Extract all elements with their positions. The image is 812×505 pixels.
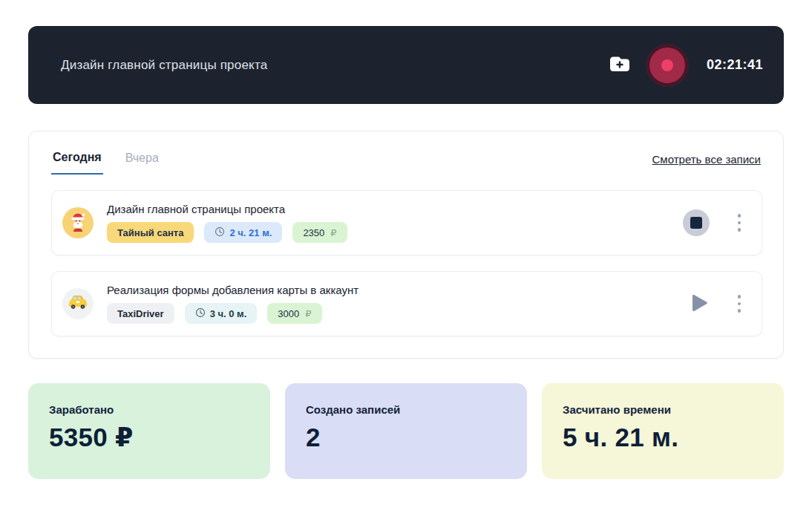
stat-card-time-counted: Засчитано времени 5 ч. 21 м. — [542, 383, 784, 479]
record-row: Дизайн главной страницы проекта Тайный с… — [51, 190, 762, 255]
santa-emoji-icon — [68, 211, 88, 235]
stop-button[interactable] — [683, 209, 710, 236]
summary-stats: Заработано 5350 ₽ Создано записей 2 Засч… — [28, 383, 784, 479]
tab-today[interactable]: Сегодня — [51, 151, 103, 175]
record-menu-button[interactable] — [733, 292, 746, 316]
play-button[interactable] — [689, 292, 710, 316]
clock-icon — [215, 227, 225, 239]
view-all-records-link[interactable]: Смотреть все записи — [652, 151, 761, 166]
project-badge: TaxiDriver — [107, 303, 174, 324]
stat-value: 5350 ₽ — [49, 423, 249, 452]
project-badge: Тайный санта — [107, 222, 194, 243]
add-to-project-button[interactable] — [606, 51, 634, 79]
duration-text: 2 ч. 21 м. — [229, 227, 272, 238]
current-task-title: Дизайн главной страницы проекта — [61, 58, 267, 73]
stop-icon — [690, 217, 702, 229]
avatar — [62, 207, 94, 238]
record-row: Реализация формы добавления карты в акка… — [51, 271, 762, 336]
stat-label: Создано записей — [306, 403, 506, 416]
amount-text: 2350 — [303, 227, 324, 238]
duration-text: 3 ч. 0 м. — [210, 308, 247, 319]
avatar — [62, 288, 94, 319]
kebab-icon — [738, 295, 741, 299]
elapsed-timer: 02:21:41 — [705, 57, 763, 73]
record-info: Реализация формы добавления карты в акка… — [107, 284, 358, 324]
amount-badge: 3000 ₽ — [267, 303, 321, 324]
kebab-icon — [738, 214, 741, 218]
stat-label: Заработано — [49, 403, 249, 416]
tracker-bar: Дизайн главной страницы проекта 02:21:41 — [28, 26, 784, 104]
duration-badge: 2 ч. 21 м. — [204, 222, 282, 243]
records-panel: Сегодня Вчера Смотреть все записи — [28, 131, 784, 359]
clock-icon — [195, 307, 206, 320]
record-actions — [683, 209, 746, 236]
tab-yesterday[interactable]: Вчера — [124, 151, 160, 175]
currency-symbol: ₽ — [330, 227, 336, 238]
record-stop-button[interactable] — [647, 45, 687, 85]
records-panel-header: Сегодня Вчера Смотреть все записи — [29, 131, 783, 175]
currency-symbol: ₽ — [305, 308, 311, 319]
stat-card-earned: Заработано 5350 ₽ — [28, 383, 270, 479]
record-dot-icon — [661, 59, 673, 71]
stat-value: 5 ч. 21 м. — [563, 423, 763, 452]
day-tabs: Сегодня Вчера — [51, 151, 160, 175]
record-badges: Тайный санта 2 ч. 21 м. 2350 ₽ — [107, 222, 347, 243]
taxi-emoji-icon — [67, 294, 89, 313]
stat-card-records-created: Создано записей 2 — [285, 383, 527, 479]
duration-badge: 3 ч. 0 м. — [185, 303, 258, 324]
tracker-controls: 02:21:41 — [606, 45, 763, 85]
record-info: Дизайн главной страницы проекта Тайный с… — [107, 203, 347, 243]
record-badges: TaxiDriver 3 ч. 0 м. 3000 ₽ — [107, 303, 358, 324]
record-menu-button[interactable] — [733, 211, 746, 235]
play-icon — [689, 292, 710, 316]
folder-plus-icon — [609, 54, 631, 76]
stat-value: 2 — [306, 423, 506, 452]
record-actions — [689, 292, 746, 316]
record-title: Дизайн главной страницы проекта — [107, 203, 347, 215]
amount-text: 3000 — [278, 308, 299, 319]
record-title: Реализация формы добавления карты в акка… — [107, 284, 358, 296]
stat-label: Засчитано времени — [563, 403, 763, 416]
amount-badge: 2350 ₽ — [292, 222, 347, 243]
